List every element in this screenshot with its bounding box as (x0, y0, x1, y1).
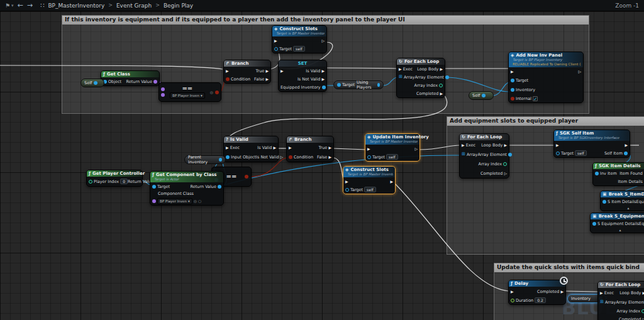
duration-pin[interactable] (511, 299, 514, 302)
true-pin[interactable]: ▶ (265, 69, 269, 73)
self-out-pin[interactable] (94, 81, 97, 85)
exec-out-pin[interactable]: ▷ (321, 39, 325, 43)
inventory-pin[interactable] (511, 88, 514, 92)
target-pin[interactable] (367, 155, 371, 159)
node-set-equipped-inventory[interactable]: SET ▶ Is Valid▶ Is Not Valid▶ Equipped I… (278, 60, 327, 92)
result-pin[interactable] (215, 91, 219, 94)
self-item-pin[interactable] (624, 152, 628, 155)
breadcrumb-asset[interactable]: BP_MasterInventory (48, 3, 104, 9)
node-break-s-itemdetails[interactable]: ▣Break S_ItemDetails S Item Details Equi… (600, 190, 644, 211)
array-pin[interactable]: ⊞ (399, 75, 402, 79)
completed-pin[interactable]: ▶ (440, 92, 443, 96)
exec-in-pin[interactable]: ▶ (556, 143, 559, 147)
exec-out-pin[interactable]: ▷ (578, 70, 581, 74)
false-pin[interactable]: ▶ (328, 155, 331, 159)
array-pin[interactable]: ⊞ (600, 300, 604, 304)
internal-pin[interactable] (511, 97, 514, 101)
node-get-player-controller[interactable]: ƒGet Player Controller Player Index 0 Re… (86, 170, 143, 187)
component-class-pin[interactable] (152, 199, 156, 203)
player-index-input[interactable]: 0 (120, 179, 128, 184)
array-index-pin[interactable] (641, 309, 644, 313)
exec-out-pin[interactable]: ▷ (414, 147, 418, 151)
node-construct-slots-mid[interactable]: ◈Construct Slots Target is BP Master Inv… (343, 166, 396, 194)
exec-out-pin[interactable]: ▶ (390, 180, 393, 184)
breadcrumb-node[interactable]: Begin Play (164, 3, 193, 9)
exec-in-pin[interactable]: ▶ (399, 67, 402, 71)
exec-in-pin[interactable]: ▶ (226, 69, 229, 73)
node-delay[interactable]: ƒDelay ▶ Completed▶ Duration 0.2 (508, 280, 566, 305)
inv-item-pin[interactable] (595, 172, 599, 175)
node-branch-top[interactable]: ↱Branch ▶ True▶ Condition False▶ (223, 60, 271, 84)
completed-pin[interactable]: ▷ (504, 172, 507, 175)
exec-in-pin[interactable]: ▶ (600, 291, 603, 295)
node-add-new-inv-panel[interactable]: ◈Add New Inv Panel Target is BP Player I… (508, 52, 584, 103)
input-object-pin[interactable] (226, 155, 230, 159)
exec-in-pin[interactable]: ▶ (511, 290, 514, 294)
bookmark-icon[interactable]: ⚑ (5, 3, 10, 9)
target-value-input[interactable]: self (293, 46, 305, 52)
target-value-input[interactable]: self (575, 150, 587, 156)
bookmark-caret-icon[interactable]: ▾ (11, 3, 14, 8)
node-sgk-self-item[interactable]: ƒSGK Self Item Target is BP SGKInventory… (553, 130, 630, 158)
exec-in-pin[interactable]: ▶ (226, 146, 229, 150)
node-for-each-loop-top[interactable]: ↻For Each Loop ▶Exec Loop Body▶ ⊞Array A… (396, 58, 445, 98)
return-value-pin[interactable] (153, 80, 157, 84)
node-construct-slots-top[interactable]: ◈Construct Slots Target is BP Master Inv… (272, 25, 327, 53)
node-get-class[interactable]: ƒGet Class Object Return Value (101, 70, 160, 86)
target-value-input[interactable]: self (386, 154, 398, 160)
exec-in-pin[interactable]: ▶ (274, 39, 277, 43)
array-index-pin[interactable] (439, 84, 443, 87)
comment-title[interactable]: Update the quick slots with items quick … (494, 263, 644, 272)
node-sgk-item-details[interactable]: ƒSGK Item Details Inv Item Item Found It… (592, 162, 644, 186)
is-not-valid-pin[interactable]: ▶ (321, 77, 325, 81)
condition-pin[interactable] (226, 77, 230, 81)
class-select-dropdown[interactable]: BP Player Inven▾ (170, 92, 205, 99)
class-a-pin[interactable] (161, 87, 165, 91)
target-pin[interactable] (556, 152, 560, 155)
target-pin[interactable] (152, 185, 156, 189)
exec-in-pin[interactable]: ▶ (367, 147, 370, 151)
loop-body-pin[interactable]: ▶ (504, 143, 507, 147)
node-for-each-loop-equipment[interactable]: ↻For Each Loop ▶Exec Loop Body▶ ⊞Array A… (459, 133, 509, 179)
player-index-pin[interactable] (89, 180, 92, 184)
s-equipment-details-pin[interactable] (592, 222, 596, 226)
exec-in-pin[interactable]: ▶ (462, 143, 465, 147)
completed-pin[interactable]: ▶ (560, 290, 564, 294)
array-pin[interactable]: ⊞ (462, 152, 465, 157)
target-pin[interactable] (345, 188, 349, 192)
breadcrumb-graph[interactable]: Event Graph (116, 3, 152, 9)
duration-input[interactable]: 0.2 (535, 297, 546, 303)
target-pin[interactable] (511, 79, 514, 82)
node-for-each-loop-quickbind[interactable]: ↻For Each Loop ▶Exec Loop Body▶ ⊞Array A… (597, 281, 644, 320)
exec-in-pin[interactable]: ▶ (345, 180, 348, 184)
s-item-details-pin[interactable] (602, 200, 606, 204)
exec-out-pin[interactable]: ▶ (625, 143, 628, 147)
parent-inventory-out-pin[interactable] (219, 158, 222, 162)
internal-checkbox[interactable]: ✓ (533, 96, 538, 101)
back-button[interactable]: ← (18, 2, 23, 9)
exec-in-pin[interactable]: ▶ (289, 146, 292, 150)
using-players-pin[interactable] (377, 83, 380, 87)
node-update-item-inventory[interactable]: ◈Update Item Inventory Target is BP Mast… (365, 133, 420, 162)
node-is-valid[interactable]: ?Is Valid ▶Exec Is Valid▶ Input Object I… (223, 136, 279, 162)
class-b-pin[interactable] (161, 93, 165, 97)
use-selected-icon[interactable]: ○ (198, 199, 201, 203)
forward-button[interactable]: → (27, 2, 33, 9)
node-break-s-equipmentdetails[interactable]: ▣Break S_EquipmentDetails S Equipment De… (590, 212, 644, 233)
exec-in-pin[interactable]: ▶ (280, 69, 284, 73)
exec-in-pin[interactable]: ▶ (511, 70, 514, 74)
pill-using-players[interactable]: Target Using Players (333, 80, 384, 89)
self-out-pin[interactable] (482, 94, 486, 97)
pill-self-mid[interactable]: Self (469, 91, 494, 100)
node-branch-mid[interactable]: ↱Branch ▶ True▶ Condition False▶ (286, 136, 334, 162)
comment-title[interactable]: Add equipment slots to equipped player (447, 117, 644, 126)
false-pin[interactable]: ▶ (265, 77, 269, 81)
pill-self-top[interactable]: Self (80, 79, 104, 87)
browse-icon[interactable]: ◎ (194, 199, 197, 203)
is-valid-pin[interactable]: ▶ (273, 146, 276, 150)
true-pin[interactable]: ▶ (328, 146, 331, 150)
return-value-pin[interactable] (218, 185, 221, 189)
target-value-input[interactable]: self (364, 187, 376, 192)
array-element-pin[interactable] (508, 153, 512, 157)
node-get-component-by-class[interactable]: ƒGet Component by Class Target is Actor … (150, 171, 224, 206)
